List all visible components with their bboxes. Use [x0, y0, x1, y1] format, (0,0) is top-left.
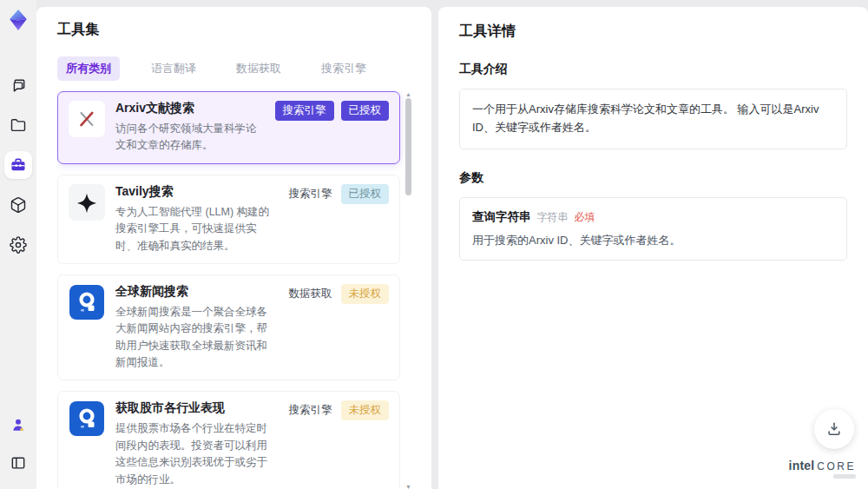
arxiv-icon: [69, 101, 105, 137]
tab[interactable]: 所有类别: [57, 56, 120, 81]
tab[interactable]: 搜索引擎: [312, 56, 375, 81]
tab-label: 所有类别: [66, 62, 111, 75]
details-title: 工具详情: [459, 23, 847, 41]
download-icon: [825, 420, 843, 438]
tab-label: 数据获取: [236, 62, 281, 75]
nav-toolbox-icon[interactable]: [4, 151, 32, 179]
tool-card[interactable]: Arxiv文献搜索 访问各个研究领域大量科学论文和文章的存储库。 搜索引擎 已授…: [57, 91, 400, 164]
param-required-badge: 必填: [575, 210, 595, 225]
nav-settings-icon[interactable]: [4, 231, 32, 259]
tab[interactable]: 数据获取: [227, 56, 290, 81]
scroll-down-icon[interactable]: ▼: [404, 484, 412, 489]
tool-card[interactable]: 全球新闻搜索 全球新闻搜索是一个聚合全球各大新闻网站内容的搜索引擎，帮助用户快速…: [57, 274, 400, 381]
auth-status-badge: 已授权: [341, 184, 390, 204]
tool-name: 全球新闻搜索: [115, 284, 277, 300]
tab-label: 搜索引擎: [321, 62, 366, 75]
left-rail: [0, 0, 36, 489]
tool-list-wrap: Arxiv文献搜索 访问各个研究领域大量科学论文和文章的存储库。 搜索引擎 已授…: [57, 91, 412, 489]
brand-secondary: core: [817, 460, 856, 472]
tab-label: 语言翻译: [151, 62, 196, 75]
tool-name: Tavily搜索: [115, 184, 277, 200]
tool-card[interactable]: 获取股市各行业表现 提供股票市场各个行业在特定时间段内的表现。投资者可以利用这些…: [57, 391, 400, 489]
tool-description: 专为人工智能代理 (LLM) 构建的搜索引擎工具，可快速提供实时、准确和真实的结…: [115, 204, 277, 254]
tavily-icon: [69, 184, 105, 221]
tool-description: 提供股票市场各个行业在特定时间段内的表现。投资者可以利用这些信息来识别表现优于或…: [115, 420, 277, 488]
tool-badges: 搜索引擎 未授权: [287, 400, 390, 488]
tool-badges: 搜索引擎 已授权: [287, 184, 390, 254]
tool-badges: 搜索引擎 已授权: [275, 101, 390, 155]
intro-text: 一个用于从Arxiv存储库搜索科学论文和文章的工具。 输入可以是Arxiv ID…: [472, 101, 834, 137]
param-name: 查询字符串: [472, 209, 531, 225]
category-badge: 搜索引擎: [287, 400, 334, 420]
param-box: 查询字符串 字符串 必填 用于搜索的Arxiv ID、关键字或作者姓名。: [459, 197, 847, 261]
app-logo-icon: [7, 9, 30, 31]
panel-toggle-icon[interactable]: [4, 449, 32, 477]
tool-details-panel: 工具详情 工具介绍 一个用于从Arxiv存储库搜索科学论文和文章的工具。 输入可…: [438, 7, 868, 489]
param-description: 用于搜索的Arxiv ID、关键字或作者姓名。: [472, 233, 834, 248]
qnews-icon: [69, 284, 105, 320]
tool-description: 全球新闻搜索是一个聚合全球各大新闻网站内容的搜索引擎，帮助用户快速获取全球最新资…: [115, 304, 277, 372]
intro-box: 一个用于从Arxiv存储库搜索科学论文和文章的工具。 输入可以是Arxiv ID…: [459, 89, 847, 149]
tool-collection-panel: 工具集 所有类别 语言翻译 数据获取 搜索引擎 Arxiv文献搜索 访问各个研究…: [36, 7, 431, 489]
param-type: 字符串: [537, 210, 569, 225]
nav-package-icon[interactable]: [4, 191, 32, 219]
brand-subline: [833, 474, 856, 479]
nav-folder-icon[interactable]: [4, 111, 32, 139]
qnews-icon: [69, 400, 105, 437]
intel-core-logo: intel core: [789, 459, 856, 479]
tool-badges: 数据获取 未授权: [287, 284, 390, 372]
params-heading: 参数: [459, 170, 847, 186]
intro-heading: 工具介绍: [459, 62, 847, 77]
tabs: 所有类别 语言翻译 数据获取 搜索引擎: [57, 56, 412, 81]
page-title: 工具集: [57, 21, 412, 39]
scroll-track[interactable]: [405, 98, 411, 484]
tool-card[interactable]: Tavily搜索 专为人工智能代理 (LLM) 构建的搜索引擎工具，可快速提供实…: [57, 175, 400, 264]
auth-status-badge: 未授权: [341, 284, 390, 304]
category-badge: 数据获取: [287, 284, 334, 304]
tool-name: 获取股市各行业表现: [115, 400, 277, 416]
tool-description: 访问各个研究领域大量科学论文和文章的存储库。: [115, 121, 265, 155]
tab[interactable]: 语言翻译: [142, 56, 205, 81]
scrollbar[interactable]: ▲ ▼: [404, 91, 412, 489]
brand-primary: intel: [789, 459, 815, 472]
nav-chat-icon[interactable]: [4, 71, 32, 99]
tool-list: Arxiv文献搜索 访问各个研究领域大量科学论文和文章的存储库。 搜索引擎 已授…: [57, 91, 400, 489]
auth-status-badge: 未授权: [341, 400, 390, 420]
auth-status-badge: 已授权: [341, 101, 390, 121]
scroll-up-icon[interactable]: ▲: [404, 91, 412, 98]
tool-name: Arxiv文献搜索: [115, 101, 265, 116]
scroll-thumb[interactable]: [405, 98, 411, 195]
category-badge: 搜索引擎: [287, 184, 334, 204]
download-button[interactable]: [814, 409, 854, 449]
user-avatar-icon[interactable]: [4, 411, 32, 439]
category-badge: 搜索引擎: [275, 101, 334, 121]
